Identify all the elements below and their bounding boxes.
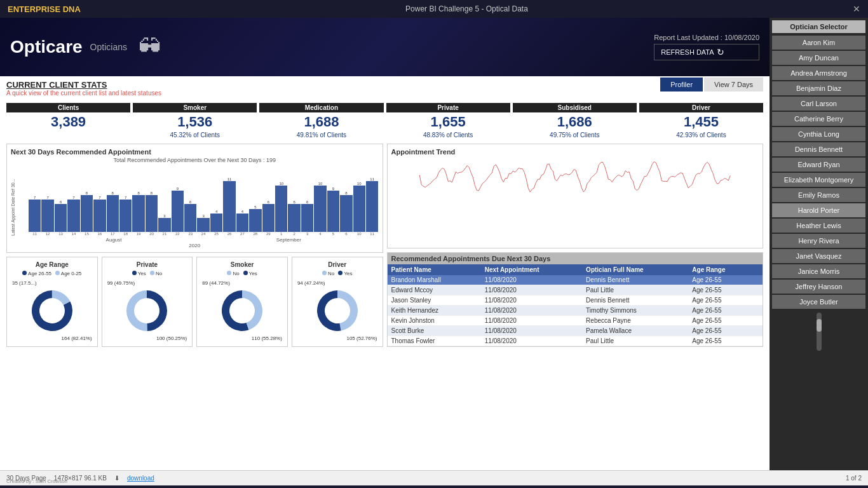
donut-label-2: 105 (52.76%) [346,336,377,341]
sidebar-item[interactable]: Catherine Berry [772,112,865,126]
donut-svg [118,279,175,342]
legend-item: Yes [338,271,352,276]
legend-item: Age 26-55 [22,271,51,276]
bar-3[interactable]: 7 14 [67,196,79,236]
tab-view7days[interactable]: View 7 Days [704,78,763,92]
refresh-label: REFRESH DATA [661,48,714,56]
sidebar-item[interactable]: Andrea Armstrong [772,66,865,80]
section-subtitle: A quick view of the current client list … [6,90,161,97]
bar-7[interactable]: 7 18 [119,196,132,236]
bar-21[interactable]: 6 3 [301,200,313,236]
next-appt: 11/08/2020 [481,306,582,316]
sidebar-item[interactable]: Edward Ryan [772,158,865,172]
bar-17[interactable]: 5 28 [249,205,261,236]
optician-name: Rebecca Payne [582,316,688,326]
age-range: Age 26-55 [688,336,755,346]
legend-item: No [227,271,239,276]
sidebar-item[interactable]: Cynthia Long [772,127,865,141]
age-range: Age 26-55 [688,275,755,285]
sidebar-item[interactable]: Janet Vasquez [772,249,865,263]
legend-item: Age 0-25 [55,271,81,276]
sidebar-item[interactable]: Carl Larson [772,97,865,111]
refresh-button[interactable]: REFRESH DATA ↻ [654,44,759,60]
sidebar-item[interactable]: Heather Lewis [772,219,865,233]
stat-value-2: 1,688 [259,112,383,132]
bar-1[interactable]: 7 12 [41,196,53,236]
sidebar-item[interactable]: Emily Ramos [772,188,865,202]
table-row[interactable]: Jason Stanley 11/08/2020 Dennis Bennett … [388,295,763,306]
download-link[interactable]: download [127,475,154,482]
donut-smoker: Smoker No Yes 89 (44.72%) 110 (55.28%) [196,257,288,347]
sidebar-item[interactable]: Janice Morris [772,264,865,278]
next-appt: 11/08/2020 [481,336,582,346]
trend-title: Appointment Trend [391,148,759,156]
sidebar-item[interactable]: Henry Rivera [772,234,865,248]
sidebar-item[interactable]: Benjamin Diaz [772,81,865,95]
bar-14[interactable]: 4 25 [210,210,222,236]
donut-svg [24,279,81,342]
scroll-col [755,264,763,275]
bar-4[interactable]: 8 15 [81,191,93,236]
table-row[interactable]: Kevin Johnston 11/08/2020 Rebecca Payne … [388,316,763,326]
donut-title: Smoker [201,261,283,268]
refresh-icon: ↻ [717,47,724,57]
optician-name: Paul Little [582,336,688,346]
bar-16[interactable]: 4 27 [236,210,248,236]
bar-6[interactable]: 8 17 [107,191,119,236]
bar-20[interactable]: 6 2 [288,200,300,236]
bar-13[interactable]: 3 24 [197,214,209,236]
bar-23[interactable]: 9 5 [327,187,339,236]
tab-profiler[interactable]: Profiler [660,78,703,92]
table-row[interactable]: Keith Hernandez 11/08/2020 Timothy Simmo… [388,306,763,316]
bar-11[interactable]: 9 22 [172,187,184,236]
optician-name: Dennis Bennett [582,295,688,306]
bar-19[interactable]: 10 1 [275,182,287,236]
sidebar-item[interactable]: Harold Porter [772,203,865,217]
legend-item: No [150,271,162,276]
sidebar-item[interactable]: Dennis Bennett [772,142,865,156]
stat-pct-1: 45.32% of Clients [133,132,257,139]
sidebar-item[interactable]: Jeffrey Hanson [772,280,865,294]
sidebar-item[interactable]: Aaron Kim [772,36,865,50]
bar-2[interactable]: 6 13 [55,200,67,236]
stat-value-1: 1,536 [133,112,257,132]
donut-segment [317,290,341,331]
sidebar-item[interactable]: Joyce Butler [772,295,865,309]
bar-5[interactable]: 7 16 [93,196,105,236]
sep-label: September [276,237,301,243]
donut-title: Age Range [11,261,93,268]
table-row[interactable]: Thomas Fowler 11/08/2020 Paul Little Age… [388,336,763,346]
table-row[interactable]: Brandon Marshall 11/08/2020 Dennis Benne… [388,275,763,285]
donut-label-1: 35 (17.5...) [12,280,37,286]
stats-row: Clients 3,389 Smoker 1,536 45.32% of Cli… [6,103,763,139]
sidebar-item[interactable]: Amy Duncan [772,51,865,65]
bar-18[interactable]: 6 29 [262,200,275,236]
bar-10[interactable]: 3 21 [158,214,170,236]
col-header: Age Range [688,264,755,275]
table-row[interactable]: Edward Mccoy 11/08/2020 Paul Little Age … [388,285,763,295]
bar-25[interactable]: 10 10 [353,182,365,236]
donut-svg [214,279,271,342]
report-updated: Report Last Updated : 10/08/2020 [654,34,759,41]
bar-15[interactable]: 11 26 [223,177,235,236]
appointments-table: Recommended Appointments Due Next 30 Day… [387,252,764,347]
bar-chart-title: Next 30 Days Recommended Appointment [11,148,379,156]
stat-value-4: 1,686 [513,112,637,132]
edna-logo: ENTERPRISE DNA [8,4,81,14]
bar-24[interactable]: 8 6 [340,191,352,236]
age-range: Age 26-55 [688,306,755,316]
bar-8[interactable]: 8 19 [132,191,144,236]
bar-26[interactable]: 11 11 [366,177,378,236]
close-button[interactable]: ✕ [853,4,860,14]
sidebar-item[interactable]: Elizabeth Montgomery [772,173,865,187]
bar-0[interactable]: 7 11 [29,196,41,236]
stat-label-4: Subsidised [513,103,637,112]
optician-name: Paul Little [582,285,688,295]
bar-22[interactable]: 10 4 [314,182,326,236]
table-row[interactable]: Scott Burke 11/08/2020 Pamela Wallace Ag… [388,326,763,336]
optician-name: Timothy Simmons [582,306,688,316]
stat-pct-4: 49.75% of Clients [513,132,637,139]
bar-9[interactable]: 8 20 [146,191,158,236]
bar-12[interactable]: 6 23 [184,200,196,236]
trend-chart [391,157,759,195]
